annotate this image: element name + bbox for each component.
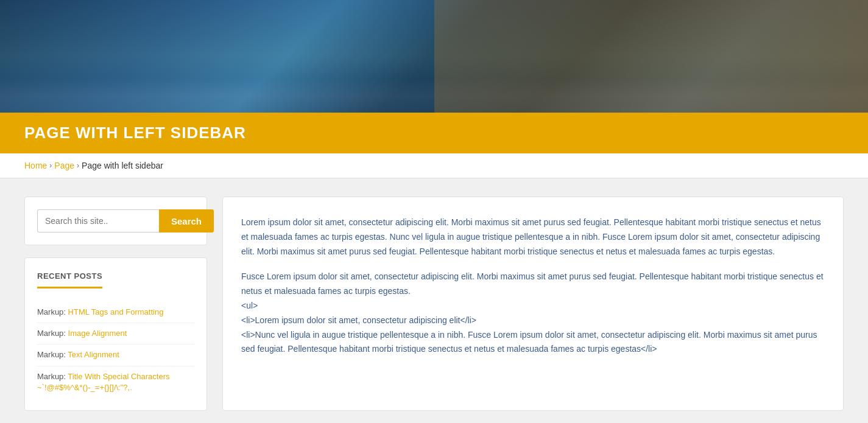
recent-posts-title: RECENT POSTS <box>37 271 102 288</box>
search-form: Search <box>37 209 194 232</box>
list-item: Markup: Text Alignment <box>37 344 194 366</box>
post-link[interactable]: Image Alignment <box>68 329 127 338</box>
search-widget: Search <box>24 197 207 245</box>
post-link[interactable]: Text Alignment <box>68 350 119 359</box>
hero-image <box>0 0 868 113</box>
list-item: Markup: Title With Special Characters ~`… <box>37 366 194 398</box>
recent-posts-list: Markup: HTML Tags and Formatting Markup:… <box>37 302 194 398</box>
content-paragraph-2: Fusce Lorem ipsum dolor sit amet, consec… <box>241 270 825 357</box>
breadcrumb: Home › Page › Page with left sidebar <box>24 161 844 170</box>
breadcrumb-separator-1: › <box>49 161 52 170</box>
page-title-bar: PAGE WITH LEFT SIDEBAR <box>0 113 868 153</box>
sidebar: Search RECENT POSTS Markup: HTML Tags an… <box>24 197 207 411</box>
search-input[interactable] <box>37 209 159 232</box>
content-paragraph-1: Lorem ipsum dolor sit amet, consectetur … <box>241 215 825 259</box>
code-line: <li>Lorem ipsum dolor sit amet, consecte… <box>241 315 476 325</box>
breadcrumb-current: Page with left sidebar <box>82 161 163 170</box>
page-title: PAGE WITH LEFT SIDEBAR <box>24 124 844 142</box>
breadcrumb-separator-2: › <box>77 161 79 170</box>
main-container: Search RECENT POSTS Markup: HTML Tags an… <box>0 178 868 423</box>
breadcrumb-page[interactable]: Page <box>54 161 74 170</box>
breadcrumb-home[interactable]: Home <box>24 161 47 170</box>
main-content: Lorem ipsum dolor sit amet, consectetur … <box>222 197 844 411</box>
search-button[interactable]: Search <box>159 209 214 232</box>
breadcrumb-bar: Home › Page › Page with left sidebar <box>0 153 868 178</box>
code-line: <li>Nunc vel ligula in augue tristique p… <box>241 330 817 354</box>
recent-posts-widget: RECENT POSTS Markup: HTML Tags and Forma… <box>24 257 207 411</box>
list-item: Markup: Image Alignment <box>37 323 194 344</box>
list-item: Markup: HTML Tags and Formatting <box>37 302 194 323</box>
post-prefix: Markup: <box>37 350 68 359</box>
post-prefix: Markup: <box>37 372 68 381</box>
post-link[interactable]: HTML Tags and Formatting <box>68 307 164 316</box>
code-line: <ul> <box>241 301 258 310</box>
post-prefix: Markup: <box>37 329 68 338</box>
post-prefix: Markup: <box>37 307 68 316</box>
